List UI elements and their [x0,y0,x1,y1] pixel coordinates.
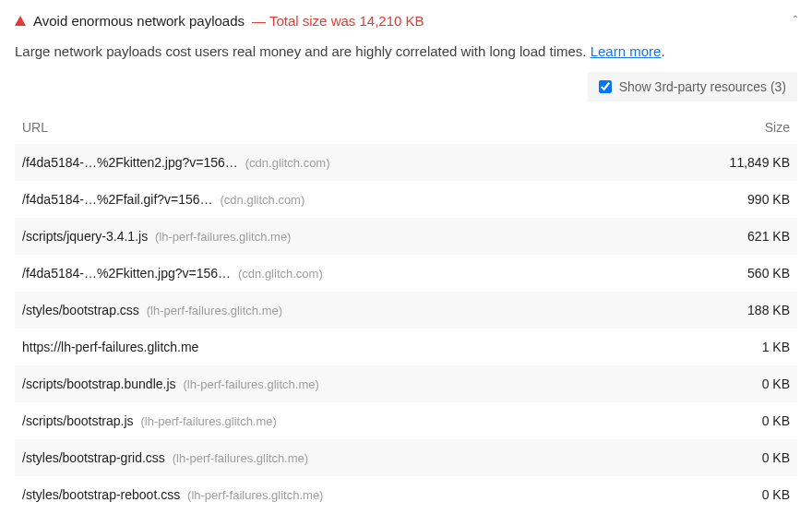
table-row: /styles/bootstrap.css (lh-perf-failures.… [15,292,797,329]
chevron-up-icon: ˆ [794,15,797,28]
table-row: /f4da5184-…%2Fkitten2.jpg?v=156… (cdn.gl… [15,144,797,181]
resource-url-cell: /scripts/bootstrap.bundle.js (lh-perf-fa… [15,365,650,402]
resource-origin: (lh-perf-failures.glitch.me) [147,304,282,317]
resource-size: 188 KB [650,292,797,329]
table-row: /f4da5184-…%2Fkitten.jpg?v=156… (cdn.gli… [15,255,797,292]
resource-path: /f4da5184-…%2Fkitten2.jpg?v=156… [22,155,238,170]
resource-path: /styles/bootstrap-grid.css [22,450,165,465]
resource-path: /scripts/jquery-3.4.1.js [22,229,148,244]
audit-description: Large network payloads cost users real m… [15,34,797,72]
table-row: /f4da5184-…%2Ffail.gif?v=156… (cdn.glitc… [15,181,797,218]
resource-origin: (lh-perf-failures.glitch.me) [187,488,323,502]
resource-size: 621 KB [650,218,797,255]
resource-url-cell: /scripts/jquery-3.4.1.js (lh-perf-failur… [15,218,650,255]
resource-url-cell: /styles/bootstrap.css (lh-perf-failures.… [15,292,650,329]
resource-origin: (lh-perf-failures.glitch.me) [183,377,318,391]
resource-size: 0 KB [650,439,797,476]
table-row: /scripts/bootstrap.js (lh-perf-failures.… [15,402,797,439]
third-party-checkbox[interactable] [599,80,612,93]
table-row: /scripts/bootstrap.bundle.js (lh-perf-fa… [15,365,797,402]
resources-table: URL Size /f4da5184-…%2Fkitten2.jpg?v=156… [15,111,797,513]
third-party-label: Show 3rd-party resources (3) [619,79,786,94]
audit-panel: Avoid enormous network payloads — Total … [0,0,812,526]
resource-url-cell: /styles/bootstrap-reboot.css (lh-perf-fa… [15,476,650,513]
table-row: https://lh-perf-failures.glitch.me1 KB [15,329,797,365]
resource-path: /scripts/bootstrap.js [22,413,134,428]
resource-path: https://lh-perf-failures.glitch.me [22,340,198,354]
third-party-row: Show 3rd-party resources (3) [15,72,797,111]
resource-url-cell: /scripts/bootstrap.js (lh-perf-failures.… [15,402,650,439]
resource-url-cell: /styles/bootstrap-grid.css (lh-perf-fail… [15,439,650,476]
resource-path: /styles/bootstrap.css [22,303,139,317]
resource-url-cell: /f4da5184-…%2Fkitten.jpg?v=156… (cdn.gli… [15,255,650,292]
third-party-toggle[interactable]: Show 3rd-party resources (3) [588,72,797,102]
resource-size: 11,849 KB [650,144,797,181]
table-row: /styles/bootstrap-grid.css (lh-perf-fail… [15,439,797,476]
resource-origin: (cdn.glitch.com) [221,193,305,207]
resource-size: 0 KB [650,365,797,402]
column-size: Size [650,111,797,144]
resource-url-cell: https://lh-perf-failures.glitch.me [15,329,650,365]
resource-origin: (cdn.glitch.com) [238,267,323,281]
resource-size: 0 KB [650,402,797,439]
resource-path: /styles/bootstrap-reboot.css [22,487,180,502]
resource-origin: (lh-perf-failures.glitch.me) [173,451,308,465]
resource-size: 1 KB [650,329,797,365]
audit-status: — Total size was 14,210 KB [252,13,424,29]
resource-path: /scripts/bootstrap.bundle.js [22,377,176,391]
resource-url-cell: /f4da5184-…%2Fkitten2.jpg?v=156… (cdn.gl… [15,144,650,181]
table-row: /styles/bootstrap-reboot.css (lh-perf-fa… [15,476,797,513]
resource-size: 0 KB [650,476,797,513]
resource-origin: (lh-perf-failures.glitch.me) [155,230,291,244]
warning-triangle-icon [15,16,26,26]
resource-path: /f4da5184-…%2Ffail.gif?v=156… [22,192,213,207]
resource-path: /f4da5184-…%2Fkitten.jpg?v=156… [22,266,231,281]
audit-header[interactable]: Avoid enormous network payloads — Total … [15,7,797,34]
resource-size: 990 KB [650,181,797,218]
resource-origin: (lh-perf-failures.glitch.me) [141,414,277,428]
resource-origin: (cdn.glitch.com) [245,156,330,170]
table-row: /scripts/jquery-3.4.1.js (lh-perf-failur… [15,218,797,255]
audit-title: Avoid enormous network payloads [33,13,245,29]
learn-more-link[interactable]: Learn more [591,43,662,59]
resource-size: 560 KB [650,255,797,292]
column-url: URL [15,111,650,144]
resource-url-cell: /f4da5184-…%2Ffail.gif?v=156… (cdn.glitc… [15,181,650,218]
